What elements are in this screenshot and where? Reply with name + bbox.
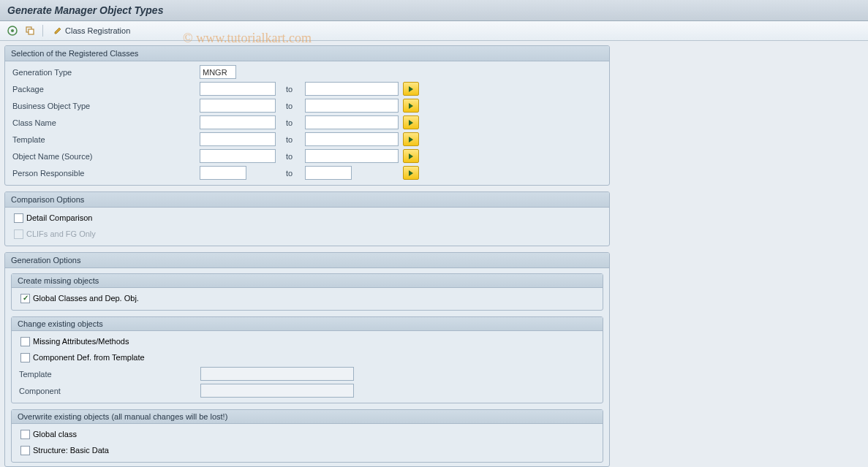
change-existing-group: Change existing objects Missing Attribut… (11, 316, 603, 403)
checkbox-missing-attr[interactable] (20, 337, 30, 346)
multi-select-template[interactable] (403, 132, 419, 146)
input-generation-type[interactable] (200, 65, 236, 79)
label-package: Package (11, 85, 200, 94)
multi-select-person[interactable] (403, 166, 419, 180)
input-template-field[interactable] (200, 367, 354, 381)
svg-rect-3 (29, 29, 34, 34)
row-detail-comparison: Detail Comparison (11, 210, 603, 226)
class-registration-button[interactable]: Class Registration (49, 25, 135, 37)
row-person-responsible: Person Responsible to (11, 164, 603, 181)
label-structure-basic: Structure: Basic Data (33, 446, 109, 455)
label-template-field: Template (18, 370, 200, 379)
multi-select-bot[interactable] (403, 99, 419, 113)
checkbox-clifs-fg-only (14, 229, 23, 239)
input-bot-to[interactable] (305, 99, 399, 113)
label-global-classes: Global Classes and Dep. Obj. (33, 294, 139, 303)
label-class-name: Class Name (11, 118, 200, 127)
label-person-to: to (276, 169, 305, 178)
row-class-name: Class Name to (11, 114, 603, 131)
row-generation-type: Generation Type (11, 64, 603, 80)
arrow-right-icon (409, 170, 413, 176)
class-registration-label: Class Registration (65, 26, 130, 35)
row-package: Package to (11, 80, 603, 97)
row-component-field: Component (18, 382, 597, 399)
input-person-from[interactable] (200, 166, 246, 180)
row-clifs-fg-only: CLIFs and FG Only (11, 226, 603, 242)
label-template-to: to (276, 135, 305, 144)
variant-icon[interactable] (23, 24, 37, 37)
create-missing-header: Create missing objects (12, 274, 603, 288)
input-package-to[interactable] (305, 82, 399, 96)
label-global-class: Global class (33, 430, 77, 438)
toolbar: Class Registration (0, 21, 868, 41)
row-structure-basic: Structure: Basic Data (18, 442, 597, 458)
change-existing-header: Change existing objects (12, 317, 603, 331)
input-person-to[interactable] (305, 166, 352, 180)
label-missing-attr: Missing Attributes/Methods (33, 337, 129, 346)
overwrite-header: Overwrite existing objects (all manual c… (12, 410, 603, 424)
input-class-name-to[interactable] (305, 115, 399, 129)
checkbox-global-classes[interactable] (20, 294, 30, 303)
label-detail-comparison: Detail Comparison (26, 213, 92, 222)
selection-header: Selection of the Registered Classes (5, 46, 609, 61)
multi-select-class-name[interactable] (403, 115, 419, 129)
row-business-object-type: Business Object Type to (11, 97, 603, 114)
row-component-def: Component Def. from Template (18, 349, 597, 365)
input-ons-from[interactable] (200, 149, 276, 163)
label-component-def: Component Def. from Template (33, 353, 145, 362)
toolbar-separator (42, 25, 43, 37)
row-template: Template to (11, 131, 603, 148)
input-package-from[interactable] (200, 82, 276, 96)
label-generation-type: Generation Type (11, 68, 200, 77)
generation-header: Generation Options (5, 253, 609, 268)
input-component-field[interactable] (200, 384, 354, 398)
content-area: Selection of the Registered Classes Gene… (0, 41, 868, 467)
label-bot-to: to (276, 102, 305, 110)
comparison-group: Comparison Options Detail Comparison CLI… (4, 191, 610, 246)
label-template: Template (11, 135, 200, 144)
row-object-name-source: Object Name (Source) to (11, 148, 603, 164)
input-bot-from[interactable] (200, 99, 276, 113)
arrow-right-icon (409, 103, 413, 109)
svg-point-1 (11, 29, 14, 32)
row-global-class: Global class (18, 426, 597, 442)
label-ons-to: to (276, 152, 305, 161)
pencil-icon (53, 26, 62, 35)
comparison-header: Comparison Options (5, 192, 609, 208)
input-template-from[interactable] (200, 132, 276, 146)
generation-group: Generation Options Create missing object… (4, 252, 610, 467)
row-template-field: Template (18, 365, 597, 382)
row-missing-attr: Missing Attributes/Methods (18, 333, 597, 349)
arrow-right-icon (409, 120, 413, 126)
label-object-name-source: Object Name (Source) (11, 152, 200, 161)
execute-icon[interactable] (6, 24, 19, 37)
overwrite-group: Overwrite existing objects (all manual c… (11, 409, 603, 463)
arrow-right-icon (409, 153, 413, 159)
page-title: Generate Manager Object Types (0, 0, 868, 21)
arrow-right-icon (409, 137, 413, 143)
label-package-to: to (276, 85, 305, 94)
checkbox-component-def[interactable] (20, 353, 30, 362)
label-business-object-type: Business Object Type (11, 102, 200, 110)
checkbox-detail-comparison[interactable] (14, 213, 23, 223)
input-ons-to[interactable] (305, 149, 399, 163)
create-missing-group: Create missing objects Global Classes an… (11, 273, 603, 311)
row-global-classes: Global Classes and Dep. Obj. (18, 290, 597, 306)
label-clifs-fg-only: CLIFs and FG Only (26, 229, 96, 238)
arrow-right-icon (409, 86, 413, 92)
selection-group: Selection of the Registered Classes Gene… (4, 45, 610, 186)
label-component-field: Component (18, 387, 200, 395)
checkbox-structure-basic[interactable] (20, 446, 30, 455)
input-class-name-from[interactable] (200, 115, 276, 129)
checkbox-global-class[interactable] (20, 430, 30, 439)
label-person-responsible: Person Responsible (11, 169, 200, 178)
multi-select-ons[interactable] (403, 149, 419, 163)
multi-select-package[interactable] (403, 82, 419, 96)
label-class-name-to: to (276, 118, 305, 127)
input-template-to[interactable] (305, 132, 399, 146)
